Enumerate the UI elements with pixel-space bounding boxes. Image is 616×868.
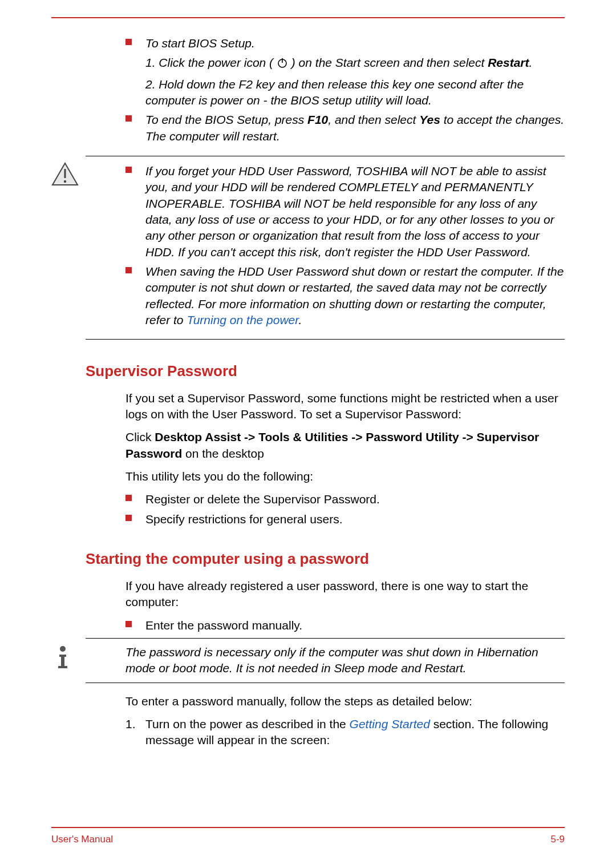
list-item-text: When saving the HDD User Password shut d… bbox=[145, 264, 565, 328]
info-icon bbox=[51, 644, 74, 674]
heading-supervisor-password: Supervisor Password bbox=[86, 362, 565, 380]
list-item: To end the BIOS Setup, press F10, and th… bbox=[125, 112, 565, 144]
page: To start BIOS Setup. 1. Click the power … bbox=[0, 0, 616, 868]
paragraph: This utility lets you do the following: bbox=[125, 469, 565, 485]
link-turning-on-power[interactable]: Turning on the power bbox=[187, 313, 298, 326]
text-bold: Yes bbox=[419, 113, 440, 126]
power-icon bbox=[277, 56, 288, 72]
top-rule bbox=[51, 17, 565, 18]
bullet-icon bbox=[125, 167, 132, 173]
sub-step: 2. Hold down the F2 key and then release… bbox=[145, 76, 565, 109]
bullet-icon bbox=[125, 115, 132, 122]
svg-point-5 bbox=[60, 646, 66, 652]
list-item-text: To end the BIOS Setup, press F10, and th… bbox=[145, 112, 565, 144]
text-fragment: . bbox=[529, 56, 533, 69]
ordered-item: 1. Turn on the power as described in the… bbox=[125, 716, 565, 749]
list-item-text: Register or delete the Supervisor Passwo… bbox=[145, 491, 565, 507]
text-bold: Restart bbox=[488, 56, 529, 69]
bullet-icon bbox=[125, 267, 132, 273]
list-item-text: Specify restrictions for general users. bbox=[145, 511, 565, 527]
supervisor-section: If you set a Supervisor Password, some f… bbox=[125, 390, 565, 527]
info-text: The password is necessary only if the co… bbox=[125, 644, 565, 677]
list-item: Enter the password manually. bbox=[125, 617, 565, 633]
text-fragment: on the desktop bbox=[182, 447, 264, 460]
list-item-text: Enter the password manually. bbox=[145, 617, 565, 633]
starting-section: If you have already registered a user pa… bbox=[125, 578, 565, 749]
paragraph: To enter a password manually, follow the… bbox=[125, 693, 565, 709]
list-item: When saving the HDD User Password shut d… bbox=[125, 264, 565, 328]
text-fragment: To end the BIOS Setup, press bbox=[145, 113, 307, 126]
warning-icon bbox=[51, 162, 79, 189]
paragraph: Click Desktop Assist -> Tools & Utilitie… bbox=[125, 429, 565, 462]
bullet-icon bbox=[125, 621, 132, 627]
list-item: Specify restrictions for general users. bbox=[125, 511, 565, 527]
svg-point-4 bbox=[64, 180, 66, 183]
bullet-icon bbox=[125, 515, 132, 521]
link-getting-started[interactable]: Getting Started bbox=[350, 717, 430, 730]
bullet-icon bbox=[125, 39, 132, 45]
svg-rect-8 bbox=[58, 666, 67, 668]
list-item: Register or delete the Supervisor Passwo… bbox=[125, 491, 565, 507]
text-fragment: , and then select bbox=[328, 113, 419, 126]
warning-content: If you forget your HDD User Password, TO… bbox=[125, 163, 565, 328]
list-item-text: To start BIOS Setup. bbox=[145, 35, 565, 51]
warning-note: If you forget your HDD User Password, TO… bbox=[86, 156, 565, 339]
footer-title: User's Manual bbox=[51, 834, 113, 845]
paragraph: If you set a Supervisor Password, some f… bbox=[125, 390, 565, 423]
footer-page: 5-9 bbox=[550, 834, 565, 845]
ordered-number: 1. bbox=[125, 716, 145, 749]
list-item: To start BIOS Setup. bbox=[125, 35, 565, 51]
list-item-text: If you forget your HDD User Password, TO… bbox=[145, 163, 565, 260]
text-fragment: Click bbox=[125, 430, 155, 443]
text-fragment: 1. Click the power icon ( bbox=[145, 56, 273, 69]
sub-step: 1. Click the power icon ( ) on the Start… bbox=[145, 55, 565, 72]
svg-rect-7 bbox=[61, 655, 64, 667]
bullet-icon bbox=[125, 495, 132, 501]
list-item: If you forget your HDD User Password, TO… bbox=[125, 163, 565, 260]
page-footer: User's Manual 5-9 bbox=[51, 827, 565, 845]
text-fragment: ) on the Start screen and then select bbox=[291, 56, 488, 69]
paragraph: If you have already registered a user pa… bbox=[125, 578, 565, 611]
text-fragment: . bbox=[299, 313, 302, 326]
bios-section: To start BIOS Setup. 1. Click the power … bbox=[125, 35, 565, 340]
ordered-text: Turn on the power as described in the Ge… bbox=[145, 716, 565, 749]
heading-starting-computer: Starting the computer using a password bbox=[86, 550, 565, 568]
text-bold: F10 bbox=[307, 113, 328, 126]
text-fragment: Turn on the power as described in the bbox=[145, 717, 350, 730]
info-note: The password is necessary only if the co… bbox=[86, 638, 565, 683]
